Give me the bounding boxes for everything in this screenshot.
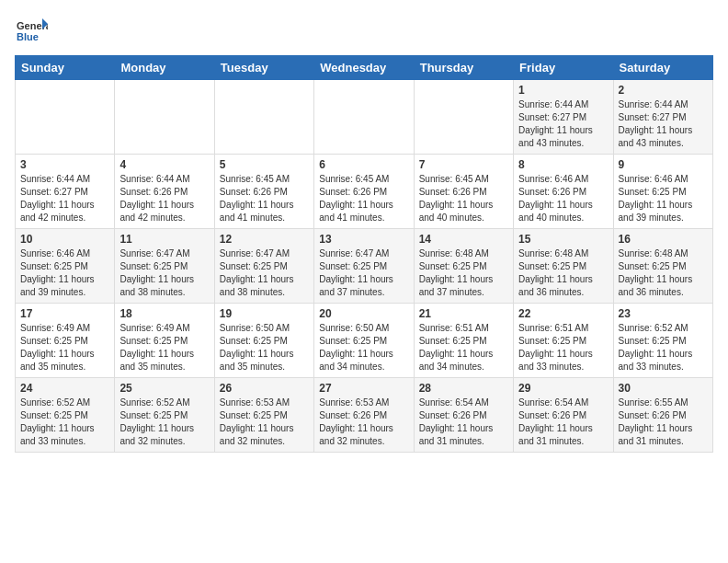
calendar-cell (115, 80, 214, 155)
day-info: Sunrise: 6:50 AM Sunset: 6:25 PM Dayligh… (220, 322, 309, 373)
calendar-cell (414, 80, 513, 155)
day-info: Sunrise: 6:51 AM Sunset: 6:25 PM Dayligh… (518, 322, 608, 373)
weekday-header-thursday: Thursday (414, 56, 513, 80)
calendar-cell: 16Sunrise: 6:48 AM Sunset: 6:25 PM Dayli… (613, 229, 712, 304)
calendar-cell: 6Sunrise: 6:45 AM Sunset: 6:26 PM Daylig… (314, 155, 414, 229)
day-number: 15 (518, 233, 608, 246)
day-number: 28 (419, 382, 508, 395)
day-info: Sunrise: 6:46 AM Sunset: 6:26 PM Dayligh… (518, 173, 608, 224)
day-number: 12 (220, 233, 309, 246)
weekday-header-tuesday: Tuesday (214, 56, 313, 80)
calendar-cell: 1Sunrise: 6:44 AM Sunset: 6:27 PM Daylig… (514, 80, 613, 155)
calendar-cell: 11Sunrise: 6:47 AM Sunset: 6:25 PM Dayli… (115, 229, 214, 304)
day-info: Sunrise: 6:49 AM Sunset: 6:25 PM Dayligh… (119, 322, 209, 373)
calendar-cell: 27Sunrise: 6:53 AM Sunset: 6:26 PM Dayli… (314, 378, 414, 453)
day-info: Sunrise: 6:47 AM Sunset: 6:25 PM Dayligh… (119, 247, 209, 299)
day-info: Sunrise: 6:45 AM Sunset: 6:26 PM Dayligh… (220, 173, 309, 224)
day-info: Sunrise: 6:54 AM Sunset: 6:26 PM Dayligh… (518, 396, 608, 448)
weekday-header-friday: Friday (514, 56, 613, 80)
day-number: 20 (319, 307, 408, 320)
calendar-week-row: 17Sunrise: 6:49 AM Sunset: 6:25 PM Dayli… (16, 304, 713, 378)
day-info: Sunrise: 6:49 AM Sunset: 6:25 PM Dayligh… (20, 322, 109, 373)
calendar-cell: 25Sunrise: 6:52 AM Sunset: 6:25 PM Dayli… (115, 378, 214, 453)
calendar-cell: 26Sunrise: 6:53 AM Sunset: 6:25 PM Dayli… (214, 378, 313, 453)
day-info: Sunrise: 6:53 AM Sunset: 6:26 PM Dayligh… (319, 396, 408, 448)
calendar-cell: 24Sunrise: 6:52 AM Sunset: 6:25 PM Dayli… (16, 378, 115, 453)
calendar-cell: 19Sunrise: 6:50 AM Sunset: 6:25 PM Dayli… (214, 304, 313, 378)
calendar-week-row: 24Sunrise: 6:52 AM Sunset: 6:25 PM Dayli… (16, 378, 713, 453)
day-number: 1 (518, 84, 608, 97)
day-info: Sunrise: 6:54 AM Sunset: 6:26 PM Dayligh… (419, 396, 508, 448)
day-number: 10 (20, 233, 109, 246)
calendar-cell (214, 80, 313, 155)
calendar-header: SundayMondayTuesdayWednesdayThursdayFrid… (16, 56, 713, 80)
day-number: 5 (220, 158, 309, 171)
day-number: 9 (619, 158, 708, 171)
calendar-cell: 23Sunrise: 6:52 AM Sunset: 6:25 PM Dayli… (613, 304, 712, 378)
calendar-table: SundayMondayTuesdayWednesdayThursdayFrid… (15, 55, 713, 453)
day-number: 26 (220, 382, 309, 395)
calendar-cell: 18Sunrise: 6:49 AM Sunset: 6:25 PM Dayli… (115, 304, 214, 378)
calendar-cell: 21Sunrise: 6:51 AM Sunset: 6:25 PM Dayli… (414, 304, 513, 378)
weekday-header-wednesday: Wednesday (314, 56, 414, 80)
day-number: 19 (220, 307, 309, 320)
day-info: Sunrise: 6:44 AM Sunset: 6:27 PM Dayligh… (619, 98, 708, 150)
day-info: Sunrise: 6:46 AM Sunset: 6:25 PM Dayligh… (619, 173, 708, 224)
day-number: 30 (619, 382, 708, 395)
day-info: Sunrise: 6:46 AM Sunset: 6:25 PM Dayligh… (20, 247, 109, 299)
day-info: Sunrise: 6:45 AM Sunset: 6:26 PM Dayligh… (319, 173, 408, 224)
day-number: 16 (619, 233, 708, 246)
day-number: 24 (20, 382, 109, 395)
day-info: Sunrise: 6:52 AM Sunset: 6:25 PM Dayligh… (619, 322, 708, 373)
calendar-cell: 29Sunrise: 6:54 AM Sunset: 6:26 PM Dayli… (514, 378, 613, 453)
day-number: 14 (419, 233, 508, 246)
day-number: 29 (518, 382, 608, 395)
calendar-cell: 8Sunrise: 6:46 AM Sunset: 6:26 PM Daylig… (514, 155, 613, 229)
day-number: 13 (319, 233, 408, 246)
day-number: 6 (319, 158, 408, 171)
day-info: Sunrise: 6:48 AM Sunset: 6:25 PM Dayligh… (619, 247, 708, 299)
header: General Blue (15, 15, 713, 48)
day-number: 11 (119, 233, 209, 246)
calendar-cell: 30Sunrise: 6:55 AM Sunset: 6:26 PM Dayli… (613, 378, 712, 453)
calendar-cell: 12Sunrise: 6:47 AM Sunset: 6:25 PM Dayli… (214, 229, 313, 304)
calendar-cell: 20Sunrise: 6:50 AM Sunset: 6:25 PM Dayli… (314, 304, 414, 378)
day-number: 7 (419, 158, 508, 171)
calendar-body: 1Sunrise: 6:44 AM Sunset: 6:27 PM Daylig… (16, 80, 713, 453)
calendar-week-row: 1Sunrise: 6:44 AM Sunset: 6:27 PM Daylig… (16, 80, 713, 155)
calendar-cell: 17Sunrise: 6:49 AM Sunset: 6:25 PM Dayli… (16, 304, 115, 378)
day-info: Sunrise: 6:44 AM Sunset: 6:26 PM Dayligh… (119, 173, 209, 224)
day-info: Sunrise: 6:47 AM Sunset: 6:25 PM Dayligh… (220, 247, 309, 299)
logo: General Blue (15, 15, 51, 48)
calendar-cell (314, 80, 414, 155)
day-number: 2 (619, 84, 708, 97)
day-number: 25 (119, 382, 209, 395)
day-number: 17 (20, 307, 109, 320)
logo-icon: General Blue (15, 15, 48, 48)
day-number: 21 (419, 307, 508, 320)
calendar-cell (16, 80, 115, 155)
calendar-cell: 10Sunrise: 6:46 AM Sunset: 6:25 PM Dayli… (16, 229, 115, 304)
day-info: Sunrise: 6:50 AM Sunset: 6:25 PM Dayligh… (319, 322, 408, 373)
day-number: 27 (319, 382, 408, 395)
calendar-cell: 14Sunrise: 6:48 AM Sunset: 6:25 PM Dayli… (414, 229, 513, 304)
weekday-header-sunday: Sunday (16, 56, 115, 80)
day-info: Sunrise: 6:48 AM Sunset: 6:25 PM Dayligh… (419, 247, 508, 299)
day-number: 23 (619, 307, 708, 320)
calendar-cell: 13Sunrise: 6:47 AM Sunset: 6:25 PM Dayli… (314, 229, 414, 304)
day-info: Sunrise: 6:51 AM Sunset: 6:25 PM Dayligh… (419, 322, 508, 373)
calendar-week-row: 3Sunrise: 6:44 AM Sunset: 6:27 PM Daylig… (16, 155, 713, 229)
calendar-cell: 15Sunrise: 6:48 AM Sunset: 6:25 PM Dayli… (514, 229, 613, 304)
calendar-cell: 3Sunrise: 6:44 AM Sunset: 6:27 PM Daylig… (16, 155, 115, 229)
day-info: Sunrise: 6:45 AM Sunset: 6:26 PM Dayligh… (419, 173, 508, 224)
calendar-cell: 28Sunrise: 6:54 AM Sunset: 6:26 PM Dayli… (414, 378, 513, 453)
calendar-cell: 4Sunrise: 6:44 AM Sunset: 6:26 PM Daylig… (115, 155, 214, 229)
day-info: Sunrise: 6:47 AM Sunset: 6:25 PM Dayligh… (319, 247, 408, 299)
calendar-week-row: 10Sunrise: 6:46 AM Sunset: 6:25 PM Dayli… (16, 229, 713, 304)
calendar-cell: 5Sunrise: 6:45 AM Sunset: 6:26 PM Daylig… (214, 155, 313, 229)
weekday-header-row: SundayMondayTuesdayWednesdayThursdayFrid… (16, 56, 713, 80)
day-info: Sunrise: 6:55 AM Sunset: 6:26 PM Dayligh… (619, 396, 708, 448)
day-info: Sunrise: 6:53 AM Sunset: 6:25 PM Dayligh… (220, 396, 309, 448)
day-info: Sunrise: 6:44 AM Sunset: 6:27 PM Dayligh… (20, 173, 109, 224)
day-info: Sunrise: 6:52 AM Sunset: 6:25 PM Dayligh… (119, 396, 209, 448)
